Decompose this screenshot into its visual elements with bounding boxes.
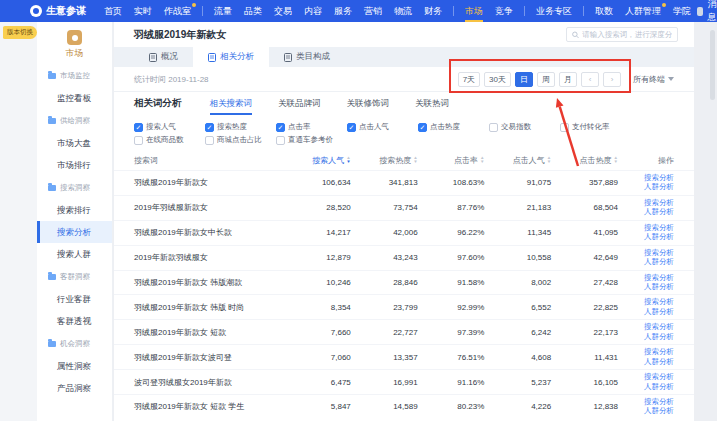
sidebar-item[interactable]: 监控看板 (37, 87, 112, 109)
column-header[interactable]: 点击人气▲▼ (484, 155, 551, 166)
search-analysis-link[interactable]: 搜索分析 (644, 348, 674, 357)
range-button[interactable]: 月 (559, 72, 577, 87)
metric-checkbox[interactable]: 搜索人气 (134, 122, 205, 132)
nav-item[interactable]: 物流 (388, 0, 418, 22)
range-button[interactable]: › (603, 72, 621, 87)
crowd-analysis-link[interactable]: 人群分析 (644, 208, 674, 217)
nav-item[interactable]: 取数 (589, 0, 619, 22)
range-button[interactable]: 7天 (458, 72, 480, 87)
sidebar-item[interactable]: 客群透视 (37, 310, 112, 332)
search-analysis-link[interactable]: 搜索分析 (644, 323, 674, 332)
sidebar-item[interactable]: 行业客群 (37, 288, 112, 310)
metric-checkbox[interactable]: 搜索热度 (205, 122, 276, 132)
nav-item[interactable]: 营销 (358, 0, 388, 22)
nav-item[interactable]: 首页 (98, 0, 128, 22)
nav-item[interactable]: 竞争 (489, 0, 519, 22)
metric-checkbox[interactable]: 在线商品数 (134, 135, 205, 145)
nav-item[interactable]: 人群管理 (619, 0, 667, 22)
crowd-analysis-link[interactable]: 人群分析 (644, 183, 674, 192)
column-header[interactable]: 搜索人气▲▼ (284, 155, 351, 166)
nav-user-area[interactable]: 消息 (697, 0, 717, 24)
metric-checkbox[interactable]: 点击热度 (418, 122, 489, 132)
nav-item[interactable]: 品类 (238, 0, 268, 22)
metric-cell: 91.16% (418, 378, 485, 387)
nav-item[interactable]: 实时 (128, 0, 158, 22)
crowd-analysis-link[interactable]: 人群分析 (644, 283, 674, 292)
nav-item[interactable]: 业务专区 (530, 0, 578, 22)
metric-cell: 6,475 (284, 378, 351, 387)
range-button[interactable]: 日 (515, 72, 533, 87)
nav-item[interactable]: 流量 (208, 0, 238, 22)
metric-checkbox[interactable]: 商城点击占比 (205, 135, 276, 145)
nav-item[interactable]: 内容 (298, 0, 328, 22)
sidebar-item[interactable]: 产品洞察 (37, 377, 112, 399)
search-analysis-link[interactable]: 搜索分析 (644, 224, 674, 233)
crowd-analysis-link[interactable]: 人群分析 (644, 258, 674, 267)
search-input[interactable] (582, 30, 672, 39)
metric-checkbox[interactable]: 点击率 (276, 122, 347, 132)
crowd-analysis-link[interactable]: 人群分析 (644, 407, 674, 416)
sidebar-group-label[interactable]: 客群洞察 (37, 266, 112, 288)
search-analysis-link[interactable]: 搜索分析 (644, 249, 674, 258)
sidebar-item[interactable]: 市场大盘 (37, 132, 112, 154)
keyword-search-box[interactable] (566, 27, 678, 42)
tab[interactable]: 概况 (134, 47, 193, 67)
sidebar-group-label[interactable]: 市场监控 (37, 65, 112, 87)
search-analysis-link[interactable]: 搜索分析 (644, 174, 674, 183)
subtab[interactable]: 关联热词 (415, 92, 449, 115)
nav-item[interactable]: 市场 (459, 0, 489, 22)
crowd-analysis-link[interactable]: 人群分析 (644, 333, 674, 342)
nav-item[interactable]: 作战室 (158, 0, 197, 22)
nav-item[interactable]: 财务 (418, 0, 448, 22)
metric-checkbox[interactable]: 点击人气 (347, 122, 418, 132)
sidebar-item[interactable]: 搜索分析 (37, 221, 112, 243)
metric-cell: 92.99% (418, 303, 485, 312)
search-analysis-link[interactable]: 搜索分析 (644, 274, 674, 283)
metric-checkbox[interactable]: 直通车参考价 (276, 135, 347, 145)
table-row: 羽绒服2019年新款女 韩版 时尚8,35423,79992.99%6,5522… (114, 294, 694, 319)
sidebar-item[interactable]: 市场排行 (37, 154, 112, 176)
sidebar-item[interactable]: 搜索排行 (37, 199, 112, 221)
column-header[interactable]: 点击率▲▼ (418, 155, 485, 166)
terminal-filter[interactable]: 所有终端 (633, 74, 674, 85)
range-button[interactable]: 30天 (484, 72, 511, 87)
metric-checkbox[interactable]: 交易指数 (489, 122, 560, 132)
crowd-analysis-link[interactable]: 人群分析 (644, 358, 674, 367)
nav-item[interactable]: 学院 (667, 0, 697, 22)
metric-cell: 80.23% (418, 402, 485, 411)
checkbox-icon (134, 136, 143, 145)
keyword-cell: 波司登羽绒服女2019年新款 (134, 377, 284, 388)
subtab[interactable]: 关联修饰词 (347, 92, 390, 115)
app-logo[interactable]: 生意参谋 (30, 4, 86, 18)
sidebar-item[interactable]: 属性洞察 (37, 355, 112, 377)
subtab[interactable]: 关联品牌词 (278, 92, 321, 115)
tab[interactable]: 类目构成 (269, 47, 345, 67)
search-analysis-link[interactable]: 搜索分析 (644, 199, 674, 208)
keyword-cell: 羽绒服2019年新款女 (134, 177, 284, 188)
metric-checkbox[interactable]: 支付转化率 (560, 122, 631, 132)
range-button[interactable]: 周 (537, 72, 555, 87)
version-tag[interactable]: 版本切换 (3, 26, 37, 39)
scrollbar[interactable] (710, 30, 715, 100)
row-actions: 搜索分析人群分析 (618, 249, 674, 267)
subtab[interactable]: 相关搜索词 (210, 92, 253, 115)
range-button[interactable]: ‹ (581, 72, 599, 87)
crowd-analysis-link[interactable]: 人群分析 (644, 308, 674, 317)
nav-item[interactable]: 服务 (328, 0, 358, 22)
sidebar-group-label[interactable]: 机会洞察 (37, 333, 112, 355)
tab[interactable]: 相关分析 (193, 47, 269, 67)
column-header[interactable]: 点击热度▲▼ (551, 155, 618, 166)
metric-cell: 41,095 (551, 228, 618, 237)
crowd-analysis-link[interactable]: 人群分析 (644, 383, 674, 392)
sidebar-group-label[interactable]: 供给洞察 (37, 110, 112, 132)
market-module-icon[interactable] (67, 30, 82, 45)
sidebar-item[interactable]: 搜索人群 (37, 243, 112, 265)
nav-divider (453, 6, 454, 16)
search-analysis-link[interactable]: 搜索分析 (644, 373, 674, 382)
sidebar-group-label[interactable]: 搜索洞察 (37, 176, 112, 198)
search-analysis-link[interactable]: 搜索分析 (644, 298, 674, 307)
nav-item[interactable]: 交易 (268, 0, 298, 22)
crowd-analysis-link[interactable]: 人群分析 (644, 233, 674, 242)
search-analysis-link[interactable]: 搜索分析 (644, 398, 674, 407)
column-header[interactable]: 搜索热度▲▼ (351, 155, 418, 166)
